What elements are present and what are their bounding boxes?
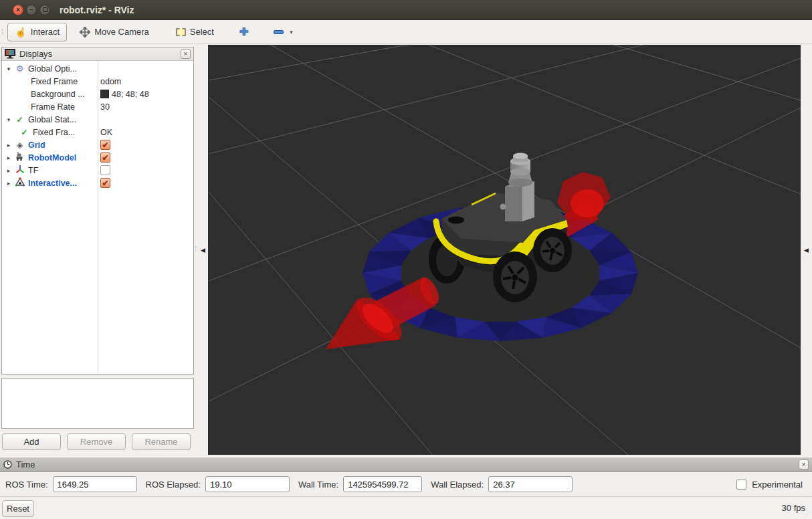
main-area: Displays × ▾ ⚙ Global Opti... Fixed Fram… bbox=[0, 44, 812, 457]
plus-icon: ✚ bbox=[239, 25, 248, 38]
displays-monitor-icon bbox=[5, 49, 16, 59]
front-right-wheel bbox=[493, 251, 537, 302]
interact-label: Interact bbox=[31, 27, 60, 37]
displays-panel: Displays × ▾ ⚙ Global Opti... Fixed Fram… bbox=[1, 47, 194, 375]
window-maximize-button[interactable] bbox=[39, 5, 50, 15]
tree-label: Fixed Fra... bbox=[33, 128, 75, 137]
color-swatch bbox=[100, 90, 109, 98]
clock-icon bbox=[3, 460, 12, 469]
remove-tool-button[interactable]: ▾ bbox=[266, 23, 300, 41]
resize-grip[interactable]: ⋰ bbox=[805, 512, 811, 518]
enabled-checkbox[interactable]: ✔ bbox=[100, 152, 110, 163]
gear-icon: ⚙ bbox=[14, 64, 25, 74]
toolbar-drag-handle[interactable]: ⁞ bbox=[1, 27, 2, 37]
tree-label: Fixed Frame bbox=[31, 77, 78, 86]
add-tool-button[interactable]: ✚ bbox=[232, 23, 256, 41]
displays-close-button[interactable]: × bbox=[181, 49, 191, 59]
experimental-label: Experimental bbox=[752, 480, 803, 490]
tree-value[interactable]: odom bbox=[100, 77, 121, 86]
3d-scene bbox=[208, 45, 801, 455]
tree-label: RobotModel bbox=[28, 153, 76, 163]
time-panel-close-button[interactable]: × bbox=[799, 459, 809, 470]
tree-row-grid[interactable]: ▸ ◈ Grid ✔ bbox=[2, 138, 193, 151]
expander-right-icon[interactable]: ▸ bbox=[5, 142, 13, 148]
tree-row-global-options[interactable]: ▾ ⚙ Global Opti... bbox=[2, 62, 193, 75]
expander-down-icon[interactable]: ▾ bbox=[5, 116, 13, 123]
displays-tree: ▾ ⚙ Global Opti... Fixed Frame odom Back… bbox=[2, 61, 193, 374]
interact-tool-button[interactable]: ☝ Interact bbox=[7, 23, 67, 41]
tree-value[interactable] bbox=[100, 165, 110, 175]
sensor-tower bbox=[500, 181, 535, 221]
tree-value: OK bbox=[100, 128, 112, 137]
reset-button[interactable]: Reset bbox=[2, 500, 34, 517]
tree-value[interactable]: 48; 48; 48 bbox=[100, 90, 149, 99]
grid-icon: ◈ bbox=[14, 140, 25, 150]
ros-time-input[interactable] bbox=[53, 476, 137, 492]
move-arrows-icon bbox=[80, 27, 90, 37]
tree-row-tf[interactable]: ▸ TF bbox=[2, 164, 193, 177]
select-label: Select bbox=[190, 27, 214, 37]
add-display-button[interactable]: Add bbox=[2, 433, 61, 450]
tree-value[interactable]: ✔ bbox=[100, 140, 110, 150]
color-value: 48; 48; 48 bbox=[112, 90, 149, 99]
select-tool-button[interactable]: Select bbox=[169, 23, 221, 41]
tree-value[interactable]: 30 bbox=[100, 102, 110, 112]
tree-label: Background ... bbox=[31, 90, 85, 99]
rename-display-button[interactable]: Rename bbox=[132, 433, 191, 450]
tree-label: Global Stat... bbox=[28, 115, 76, 124]
right-collapse-arrow-icon[interactable]: ◀ bbox=[804, 247, 809, 253]
expander-right-icon[interactable]: ▸ bbox=[5, 180, 13, 187]
window-minimize-button[interactable]: − bbox=[26, 5, 37, 15]
toolbar: ⁞ ☝ Interact Move Camera Select ✚ ▾ bbox=[0, 20, 812, 44]
time-panel: Time × ROS Time: ROS Elapsed: Wall Time:… bbox=[0, 457, 812, 496]
tree-row-background-color[interactable]: Background ... 48; 48; 48 bbox=[2, 88, 193, 100]
enabled-checkbox[interactable]: ✔ bbox=[100, 178, 110, 188]
left-collapse-arrow-icon[interactable]: ◀ bbox=[201, 247, 205, 253]
status-bar: Reset 30 fps ⋰ bbox=[0, 496, 812, 519]
ros-time-label: ROS Time: bbox=[5, 480, 48, 490]
left-splitter-dots[interactable]: ⁞ bbox=[195, 245, 195, 253]
ros-elapsed-input[interactable] bbox=[205, 476, 290, 492]
description-box bbox=[1, 378, 194, 429]
tree-label: TF bbox=[28, 166, 38, 175]
wall-time-label: Wall Time: bbox=[298, 480, 338, 490]
enabled-checkbox[interactable]: ✔ bbox=[100, 140, 110, 150]
enabled-checkbox[interactable] bbox=[100, 165, 110, 175]
tree-row-fixed-frame[interactable]: Fixed Frame odom bbox=[2, 75, 193, 88]
tree-row-interactive-markers[interactable]: ▸ Interactive... ✔ bbox=[2, 177, 193, 189]
displays-panel-title: Displays bbox=[19, 49, 52, 59]
move-camera-label: Move Camera bbox=[94, 27, 149, 37]
expander-down-icon[interactable]: ▾ bbox=[5, 66, 13, 72]
expander-right-icon[interactable]: ▸ bbox=[5, 154, 13, 161]
3d-viewport[interactable] bbox=[208, 45, 801, 455]
remove-display-button[interactable]: Remove bbox=[67, 433, 126, 450]
selection-box-icon bbox=[176, 28, 186, 36]
tree-value[interactable]: ✔ bbox=[100, 178, 110, 188]
tree-row-fixed-frame-status[interactable]: ✓ Fixed Fra... OK bbox=[2, 126, 193, 138]
time-panel-header[interactable]: Time × bbox=[0, 457, 812, 472]
wall-elapsed-label: Wall Elapsed: bbox=[431, 480, 484, 490]
titlebar: × − robot.rviz* - RViz bbox=[0, 0, 812, 20]
move-camera-tool-button[interactable]: Move Camera bbox=[72, 23, 157, 41]
minus-icon bbox=[274, 30, 284, 34]
wall-elapsed-input[interactable] bbox=[488, 476, 573, 492]
time-fields-row: ROS Time: ROS Elapsed: Wall Time: Wall E… bbox=[0, 472, 812, 496]
displays-panel-header[interactable]: Displays × bbox=[2, 47, 193, 61]
displays-button-row: Add Remove Rename bbox=[2, 433, 191, 450]
wall-time-input[interactable] bbox=[343, 476, 422, 492]
tree-row-frame-rate[interactable]: Frame Rate 30 bbox=[2, 100, 193, 113]
axes-icon bbox=[14, 165, 25, 176]
window-title: robot.rviz* - RViz bbox=[60, 5, 134, 15]
experimental-checkbox[interactable] bbox=[736, 480, 746, 490]
tree-label: Grid bbox=[28, 140, 45, 150]
tree-row-robotmodel[interactable]: ▸ RobotModel ✔ bbox=[2, 151, 193, 164]
tree-row-global-status[interactable]: ▾ ✓ Global Stat... bbox=[2, 113, 193, 126]
window-close-button[interactable]: × bbox=[13, 5, 23, 15]
interactive-marker-icon bbox=[14, 177, 25, 189]
fps-counter: 30 fps bbox=[782, 503, 805, 513]
tree-value[interactable]: ✔ bbox=[100, 152, 110, 163]
expander-right-icon[interactable]: ▸ bbox=[5, 167, 13, 174]
robot-icon bbox=[14, 152, 25, 163]
ros-elapsed-label: ROS Elapsed: bbox=[146, 480, 201, 490]
chevron-down-icon: ▾ bbox=[290, 29, 293, 35]
